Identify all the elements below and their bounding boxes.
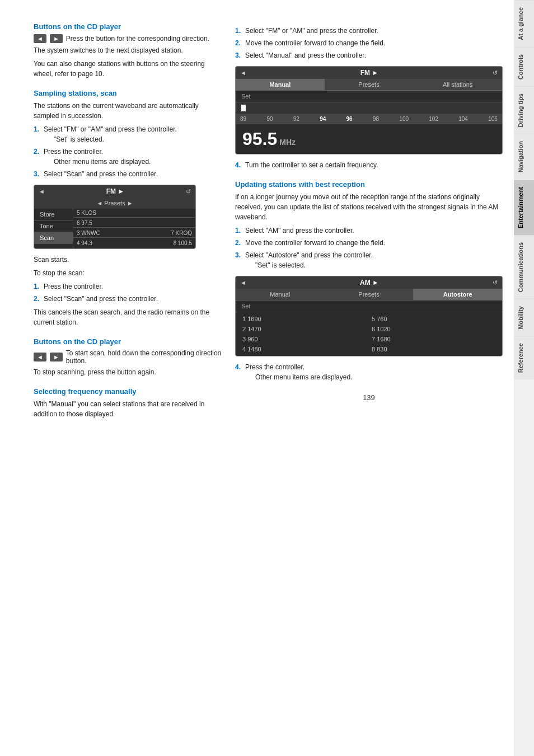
manual-fm-display: ◄ FM ► ↺ Manual Presets All stations Set…: [235, 66, 503, 154]
step4b-sub: Other menu items are displayed.: [245, 372, 503, 382]
sidebar-tab-driving-tips[interactable]: Driving tips: [514, 86, 534, 134]
main-content: Buttons on the CD player ◄ ► Press the b…: [0, 0, 514, 756]
manual-fm-header: ◄ FM ► ↺: [236, 67, 502, 79]
scan-note3: This cancels the scan search, and the ra…: [34, 307, 224, 327]
fm-freq-bar: 89 90 92 94 96 98 100 102 104 106: [236, 114, 502, 124]
am-tab-autostore[interactable]: Autostore: [413, 289, 502, 300]
freq-value: 95.5: [242, 129, 277, 149]
section1-note1: The system switches to the next displaye…: [34, 45, 224, 55]
s5-step1: 1. Select "AM" and press the controller.: [235, 226, 503, 236]
cd-buttons-row: ◄ ► Press the button for the correspondi…: [34, 34, 224, 43]
scan-stop-steps: 1. Press the controller. 2. Select "Scan…: [34, 281, 224, 304]
right-step4: 4. Turn the controller to set a certain …: [235, 160, 503, 170]
step2: 2. Press the controller. Other menu item…: [34, 147, 224, 167]
scan-radio-display: ◄ FM ► ↺ ◄ Presets ► Store Tone Scan 5: [34, 185, 196, 249]
s5-step2: 2. Move the controller forward to change…: [235, 238, 503, 248]
fwd-btn2-icon: ►: [50, 353, 63, 361]
section2-heading: Sampling stations, scan: [34, 89, 224, 97]
am-station-grid: 1 1690 5 760 2 1470 6 1020 3 960 7 1680 …: [236, 312, 502, 356]
step1-sub: "Set" is selected.: [44, 134, 224, 144]
am-icon: ↺: [493, 279, 498, 287]
section3-desc: To start scan, hold down the correspondi…: [66, 349, 224, 365]
stop-step2: 2. Select "Scan" and press the controlle…: [34, 294, 224, 304]
scan-prev: ◄: [39, 188, 45, 195]
section1-note2: You can also change stations with button…: [34, 59, 224, 79]
section1-heading: Buttons on the CD player: [34, 22, 224, 31]
right-step2: 2. Move the controller forward to change…: [235, 38, 503, 48]
section5-steps-list: 1. Select "AM" and press the controller.…: [235, 226, 503, 270]
right-step4b-list: 4. Press the controller. Other menu item…: [235, 362, 503, 382]
back-btn2-icon: ◄: [34, 353, 46, 361]
scan-note1: Scan starts.: [34, 255, 224, 265]
am-s1: 1 1690: [240, 314, 368, 323]
menu-scan[interactable]: Scan: [34, 232, 73, 244]
manual-icon: ↺: [493, 69, 498, 77]
section4-desc: With "Manual" you can select stations th…: [34, 399, 224, 419]
am-s6: 6 1020: [369, 325, 498, 334]
page-number: 139: [235, 393, 503, 402]
cursor-block: [241, 105, 246, 111]
sidebar-tab-mobility[interactable]: Mobility: [514, 299, 534, 336]
scan-note2: To stop the scan:: [34, 268, 224, 278]
am-autostore-display: ◄ AM ► ↺ Manual Presets Autostore Set 1 …: [235, 276, 503, 356]
scan-menu-area: Store Tone Scan 5 KLOS 6 97.5 3 WNWC: [34, 209, 195, 248]
left-column: Buttons on the CD player ◄ ► Press the b…: [34, 22, 224, 734]
right-step4b: 4. Press the controller. Other menu item…: [235, 362, 503, 382]
cd-scan-buttons-row: ◄ ► To start scan, hold down the corresp…: [34, 349, 224, 365]
sidebar-tab-entertainment[interactable]: Entertainment: [514, 180, 534, 235]
freq-unit: MHz: [279, 138, 296, 147]
am-s7: 7 1680: [369, 335, 498, 344]
sidebar-tab-controls[interactable]: Controls: [514, 47, 534, 86]
manual-prev: ◄: [240, 69, 246, 76]
section3-heading: Buttons on the CD player: [34, 337, 224, 346]
am-prev: ◄: [240, 279, 246, 286]
am-s3: 3 960: [240, 335, 368, 344]
scan-menu-items: Store Tone Scan: [34, 209, 73, 248]
am-tab-presets[interactable]: Presets: [325, 289, 414, 300]
back-btn-icon: ◄: [34, 34, 46, 43]
sidebar-tab-communications[interactable]: Communications: [514, 235, 534, 299]
menu-tone: Tone: [34, 220, 73, 232]
section5-heading: Updating stations with best reception: [235, 180, 503, 189]
am-s8: 8 830: [369, 345, 498, 354]
am-s5: 5 760: [369, 314, 498, 323]
am-s4: 4 1480: [240, 345, 368, 354]
scan-icon: ↺: [186, 188, 191, 195]
section1-desc: Press the button for the corresponding d…: [66, 35, 209, 43]
section2-desc: The stations on the current waveband are…: [34, 101, 224, 121]
scan-stations: 5 KLOS 6 97.5 3 WNWC 7 KROQ 4 94.3 8 100…: [73, 209, 195, 248]
am-tabs: Manual Presets Autostore: [236, 289, 502, 300]
scan-fm-label: FM ►: [106, 187, 125, 195]
tab-manual[interactable]: Manual: [236, 79, 325, 90]
am-display-header: ◄ AM ► ↺: [236, 276, 502, 289]
section5-desc: If on a longer journey you move out of t…: [235, 192, 503, 222]
right-steps-top: 1. Select "FM" or "AM" and press the con…: [235, 26, 503, 60]
section4-heading: Selecting frequency manually: [34, 387, 224, 396]
s5-step3: 3. Select "Autostore" and press the cont…: [235, 250, 503, 270]
sidebar-tab-reference[interactable]: Reference: [514, 336, 534, 379]
sidebar-tab-at-a-glance[interactable]: At a glance: [514, 0, 534, 47]
step3: 3. Select "Scan" and press the controlle…: [34, 169, 224, 179]
manual-tabs: Manual Presets All stations: [236, 79, 502, 91]
set-label-fm: Set: [236, 91, 502, 102]
right-column: 1. Select "FM" or "AM" and press the con…: [235, 22, 503, 734]
menu-store: Store: [34, 209, 73, 220]
am-tab-manual[interactable]: Manual: [236, 289, 325, 300]
tab-presets[interactable]: Presets: [325, 79, 414, 90]
stop-step1: 1. Press the controller.: [34, 281, 224, 292]
freq-display: 95.5 MHz: [236, 124, 502, 154]
scan-radio-header: ◄ FM ► ↺: [34, 185, 195, 198]
section2-steps-list: 1. Select "FM" or "AM" and press the con…: [34, 124, 224, 179]
scan-sub-header: ◄ Presets ►: [34, 198, 195, 209]
sidebar: At a glance Controls Driving tips Naviga…: [514, 0, 534, 756]
step2-sub: Other menu items are displayed.: [44, 157, 224, 167]
station-row-3: 3 WNWC 7 KROQ: [73, 229, 195, 238]
right-step1: 1. Select "FM" or "AM" and press the con…: [235, 26, 503, 36]
sidebar-tab-navigation[interactable]: Navigation: [514, 134, 534, 179]
page-container: Buttons on the CD player ◄ ► Press the b…: [0, 0, 534, 756]
station-row-1: 5 KLOS: [73, 209, 195, 218]
station-row-2: 6 97.5: [73, 219, 195, 228]
tab-all-stations[interactable]: All stations: [413, 79, 502, 90]
s5-step3-sub: "Set" is selected.: [245, 260, 503, 270]
right-step3: 3. Select "Manual" and press the control…: [235, 50, 503, 60]
